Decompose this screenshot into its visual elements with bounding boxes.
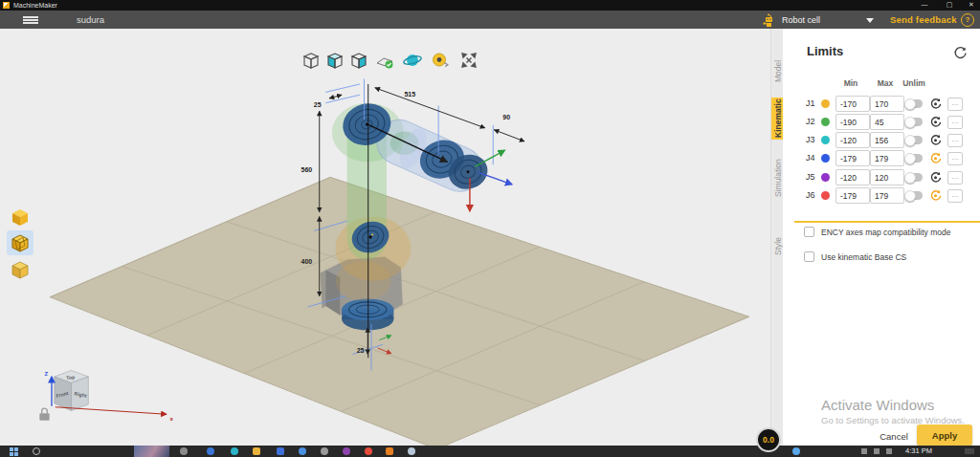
section-divider	[794, 221, 980, 223]
start-button-icon[interactable]	[10, 447, 18, 456]
joint-row-j3: J3 …	[783, 132, 980, 148]
joint-label: J6	[806, 190, 815, 200]
more-options-button[interactable]: …	[947, 152, 963, 165]
dim-400: 400	[301, 258, 313, 265]
joint-color-dot	[821, 154, 830, 163]
more-options-button[interactable]: …	[947, 98, 963, 111]
cell-selector[interactable]: Robot cell	[782, 15, 820, 25]
joint-min-input[interactable]	[835, 132, 870, 148]
tray-icon[interactable]	[874, 448, 880, 454]
windows-taskbar[interactable]: 4:31 PM	[0, 446, 980, 457]
more-options-button[interactable]: …	[947, 171, 963, 185]
joint-min-input[interactable]	[835, 187, 870, 204]
rotation-direction-icon[interactable]	[929, 97, 942, 109]
machinemaker-window: MachineMaker — ▢ ✕ sudura Robot cell Sen…	[0, 0, 980, 457]
view-toolbar-button[interactable]	[374, 50, 397, 73]
floor-grid-icon	[374, 50, 395, 71]
joint-max-input[interactable]	[870, 187, 904, 204]
column-header-min: Min	[835, 78, 866, 88]
joint-row-j5: J5 …	[783, 169, 980, 185]
more-options-button[interactable]: …	[947, 116, 963, 129]
cancel-button[interactable]: Cancel	[875, 427, 913, 446]
unlim-toggle[interactable]	[905, 118, 923, 126]
more-options-button[interactable]: …	[947, 134, 963, 147]
rotation-direction-icon[interactable]	[929, 170, 942, 183]
close-button[interactable]: ✕	[961, 0, 980, 10]
rotation-direction-icon[interactable]	[929, 188, 942, 201]
project-name: sudura	[77, 14, 104, 25]
dim-25-bottom: 25	[357, 347, 365, 354]
joint-min-input[interactable]	[835, 114, 870, 130]
joint-label: J3	[806, 135, 815, 144]
view-toolbar-button[interactable]	[324, 50, 347, 73]
joint-min-input[interactable]	[835, 150, 870, 166]
joint-max-input[interactable]	[870, 150, 904, 166]
nav-cube-x-label: x	[169, 415, 173, 422]
search-icon[interactable]	[33, 447, 40, 455]
column-header-unlim: Unlim	[897, 78, 931, 88]
status-badge[interactable]: 0.0	[756, 427, 781, 452]
base-cs-checkbox[interactable]	[804, 251, 814, 262]
taskbar-thumbnail[interactable]	[134, 446, 169, 457]
view-toolbar-button[interactable]	[301, 50, 323, 73]
tray-icon[interactable]	[886, 448, 892, 454]
joint-label: J2	[806, 117, 815, 126]
robot-cell-icon	[762, 13, 776, 28]
unlim-toggle[interactable]	[905, 99, 923, 108]
tray-icon[interactable]	[861, 448, 867, 454]
viewport-stage: 515 90 25 560 400 25	[0, 29, 770, 446]
joint-color-dot	[821, 99, 830, 108]
joint-row-j2: J2 …	[783, 114, 980, 130]
joint-max-input[interactable]	[870, 169, 904, 185]
rotation-direction-icon[interactable]	[929, 151, 942, 163]
dim-560: 560	[301, 166, 313, 173]
base-cs-label: Use kinematic Base CS	[821, 252, 906, 262]
view-toolbar-button[interactable]	[348, 50, 371, 73]
viewport-3d[interactable]: 515 90 25 560 400 25	[0, 29, 770, 446]
base-cs-row: Use kinematic Base CS	[783, 251, 980, 265]
rotation-direction-icon[interactable]	[929, 115, 942, 127]
joint-min-input[interactable]	[835, 96, 870, 112]
view-toolbar-button[interactable]	[430, 50, 453, 73]
side-tab-strip: Model Kinematic Simulation Style	[770, 29, 783, 446]
chevron-down-icon[interactable]	[866, 18, 874, 23]
nav-cube[interactable]: Top Front Right Z x	[44, 370, 173, 422]
display-mode-solid-button[interactable]	[7, 205, 33, 229]
minimize-button[interactable]: —	[914, 0, 935, 10]
unlim-toggle[interactable]	[905, 154, 923, 163]
joint-row-j1: J1 …	[783, 96, 980, 112]
joint-max-input[interactable]	[870, 114, 904, 130]
measure-tape-icon	[430, 50, 451, 71]
app-logo-icon	[3, 2, 10, 9]
notification-center-icon[interactable]	[965, 448, 974, 454]
unlim-toggle[interactable]	[905, 191, 923, 200]
nav-cube-top[interactable]: Top	[66, 374, 76, 381]
joint-min-input[interactable]	[835, 169, 870, 185]
shaded-cube-icon	[324, 50, 345, 71]
send-feedback-button[interactable]: Send feedback	[890, 14, 957, 25]
taskbar-clock[interactable]: 4:31 PM	[905, 446, 932, 455]
hidden-edges-cube-icon	[348, 50, 369, 71]
joint-max-input[interactable]	[870, 96, 904, 112]
display-mode-wireframe-button[interactable]	[7, 230, 33, 255]
view-toolbar-button[interactable]	[402, 50, 425, 73]
panel-title: Limits	[807, 44, 843, 58]
unlim-toggle[interactable]	[905, 173, 923, 182]
reset-limits-button[interactable]	[953, 46, 968, 60]
ency-compat-checkbox[interactable]	[804, 227, 814, 237]
fit-view-icon	[458, 50, 479, 71]
joint-color-dot	[821, 136, 830, 144]
hamburger-menu-icon[interactable]	[23, 16, 38, 24]
unlim-toggle[interactable]	[905, 136, 923, 144]
solid-cube-icon	[7, 205, 33, 229]
maximize-button[interactable]: ▢	[939, 0, 960, 10]
help-button[interactable]: ?	[961, 13, 974, 27]
more-options-button[interactable]: …	[947, 189, 963, 203]
rotation-direction-icon[interactable]	[929, 133, 942, 145]
lock-icon	[39, 408, 49, 421]
display-mode-transparent-button[interactable]	[7, 257, 33, 282]
ency-compat-row: ENCY axes map compatibility mode	[783, 227, 980, 240]
view-toolbar-button[interactable]	[458, 50, 481, 73]
apply-button[interactable]: Apply	[917, 424, 972, 446]
joint-max-input[interactable]	[870, 132, 904, 148]
